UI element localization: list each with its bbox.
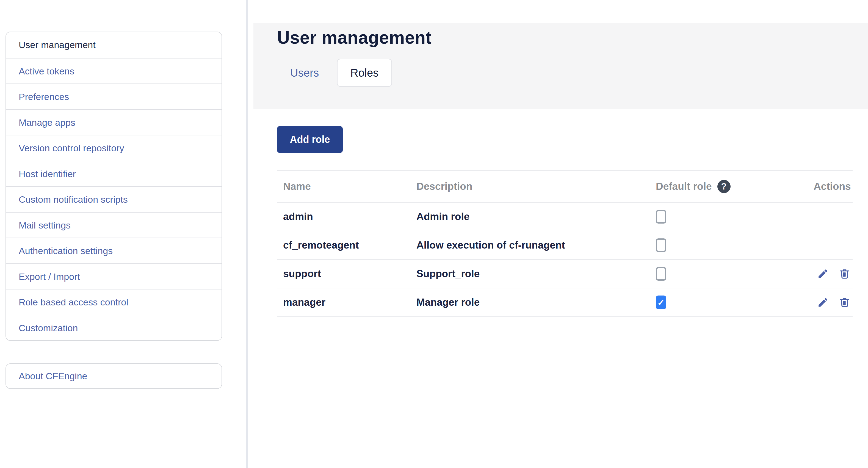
sidebar-item-manage-apps[interactable]: Manage apps [6,109,221,135]
sidebar-item-user-management[interactable]: User management [6,32,221,58]
tab-users[interactable]: Users [277,59,332,87]
role-name: support [277,268,416,279]
edit-role-button[interactable] [817,268,829,279]
column-header-default-role-label: Default role [656,181,712,192]
add-role-button[interactable]: Add role [277,126,343,153]
sidebar-item-active-tokens[interactable]: Active tokens [6,58,221,84]
sidebar-item-role-based-access-control[interactable]: Role based access control [6,289,221,315]
default-role-checkbox[interactable] [656,238,666,252]
page-header: User management Users Roles [253,23,868,109]
edit-role-button[interactable] [817,297,829,308]
sidebar-item-about-cfengine[interactable]: About CFEngine [6,364,221,388]
sidebar-item-customization[interactable]: Customization [6,315,221,341]
pencil-icon [817,276,829,280]
column-header-name: Name [277,181,416,192]
table-row: manager Manager role [277,289,852,317]
role-description: Allow execution of cf-runagent [416,239,654,251]
sidebar-divider [246,0,248,468]
delete-role-button[interactable] [839,297,850,308]
role-description: Manager role [416,297,654,308]
pencil-icon [817,305,829,309]
tab-bar: Users Roles [277,59,392,87]
delete-role-button[interactable] [839,268,850,279]
tab-roles[interactable]: Roles [337,59,392,87]
column-header-description: Description [416,181,654,192]
role-name: manager [277,297,416,308]
sidebar-item-host-identifier[interactable]: Host identifier [6,161,221,187]
default-role-checkbox[interactable] [656,210,666,224]
table-row: cf_remoteagent Allow execution of cf-run… [277,231,852,260]
sidebar-item-mail-settings[interactable]: Mail settings [6,212,221,238]
default-role-checkbox[interactable] [656,267,666,281]
role-description: Support_role [416,268,654,279]
sidebar-item-preferences[interactable]: Preferences [6,83,221,109]
about-card: About CFEngine [5,363,222,389]
column-header-actions: Actions [813,181,853,192]
sidebar-item-export-import[interactable]: Export / Import [6,263,221,289]
table-header-row: Name Description Default role ? Actions [277,170,852,203]
default-role-checkbox[interactable] [656,296,666,309]
trash-icon [839,305,850,309]
trash-icon [839,276,850,280]
page-title: User management [277,28,432,48]
table-row: admin Admin role [277,203,852,231]
role-description: Admin role [416,211,654,223]
table-row: support Support_role [277,260,852,289]
sidebar-item-authentication-settings[interactable]: Authentication settings [6,238,221,263]
role-name: admin [277,211,416,223]
question-circle-icon[interactable]: ? [717,180,731,193]
column-header-default-role: Default role ? [654,180,813,193]
sidebar-item-version-control-repository[interactable]: Version control repository [6,135,221,161]
role-name: cf_remoteagent [277,239,416,251]
sidebar-item-custom-notification-scripts[interactable]: Custom notification scripts [6,186,221,212]
roles-table: Name Description Default role ? Actions … [277,170,852,317]
settings-sidebar: User management Active tokens Preference… [5,32,222,341]
